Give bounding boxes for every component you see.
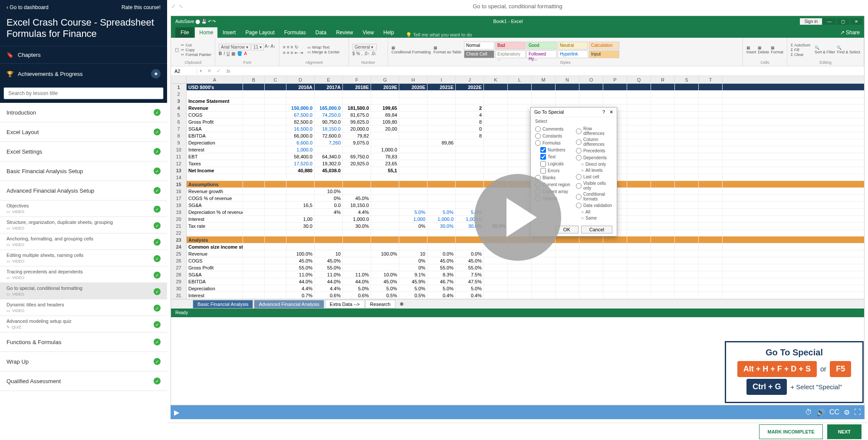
row-header[interactable]: 24 xyxy=(171,243,187,250)
volume-icon[interactable]: 🔊 xyxy=(816,408,825,417)
cell[interactable] xyxy=(603,257,627,264)
cell[interactable]: Assumptions xyxy=(187,181,243,187)
dialog-option[interactable]: ○ Same xyxy=(576,216,612,220)
cell[interactable] xyxy=(627,264,651,271)
lesson-item[interactable]: Basic Financial Analysis Setup✓ xyxy=(0,161,167,181)
cell[interactable] xyxy=(699,250,723,257)
col-header[interactable]: F xyxy=(343,76,371,83)
cell[interactable] xyxy=(651,188,675,194)
cell[interactable] xyxy=(265,188,286,194)
cell[interactable]: 0% xyxy=(399,257,427,264)
cell[interactable]: SG&A xyxy=(187,202,243,208)
cell[interactable] xyxy=(627,98,651,104)
cell[interactable] xyxy=(243,160,265,167)
cell[interactable] xyxy=(556,278,579,285)
cell[interactable] xyxy=(627,153,651,160)
cell[interactable] xyxy=(484,105,508,111)
cell[interactable] xyxy=(343,167,371,174)
cell[interactable]: 10.0% xyxy=(371,271,399,278)
cell[interactable]: 10 xyxy=(399,250,427,257)
minimize-button[interactable]: — xyxy=(823,18,836,25)
cell[interactable] xyxy=(651,209,675,215)
cell[interactable] xyxy=(427,98,456,104)
row-header[interactable]: 11 xyxy=(171,153,187,160)
cell[interactable]: 40,880 xyxy=(286,167,315,174)
cell[interactable] xyxy=(508,125,532,132)
cell[interactable] xyxy=(627,243,651,250)
cell[interactable]: SG&A xyxy=(187,271,243,278)
cell[interactable] xyxy=(243,84,265,90)
cell[interactable] xyxy=(532,278,556,285)
cell[interactable] xyxy=(579,84,603,90)
conditional-formatting-button[interactable]: ▦Conditional Formatting xyxy=(391,46,431,54)
cell[interactable] xyxy=(579,250,603,257)
cell[interactable] xyxy=(265,153,286,160)
cell[interactable] xyxy=(675,209,699,215)
align-top-icon[interactable]: ≡ xyxy=(283,45,286,49)
cell[interactable]: 1,00 xyxy=(286,216,315,222)
cell[interactable] xyxy=(315,181,343,187)
row-header[interactable]: 15 xyxy=(171,181,187,187)
lesson-search-input[interactable] xyxy=(3,87,164,99)
cell[interactable]: EBITDA xyxy=(187,278,243,285)
cell[interactable] xyxy=(675,278,699,285)
cell[interactable] xyxy=(456,160,484,167)
cell[interactable] xyxy=(651,105,675,111)
cell[interactable]: USD $000's xyxy=(187,84,243,90)
cell[interactable] xyxy=(627,174,651,181)
cell[interactable] xyxy=(399,146,427,153)
cell[interactable] xyxy=(265,292,286,299)
cell[interactable] xyxy=(427,181,456,187)
cell[interactable] xyxy=(699,181,723,187)
cell[interactable] xyxy=(265,105,286,111)
cell[interactable] xyxy=(532,257,556,264)
cell[interactable] xyxy=(427,132,456,139)
lesson-item[interactable]: Excel Settings✓ xyxy=(0,142,167,161)
cell[interactable] xyxy=(675,84,699,90)
sub-lesson-item[interactable]: Tracing precedents and dependents▭ VIDEO… xyxy=(0,266,167,283)
cell[interactable] xyxy=(243,188,265,194)
cell[interactable]: 16,5 xyxy=(286,202,315,208)
cell[interactable] xyxy=(399,188,427,194)
cell[interactable]: 5.0% xyxy=(427,285,456,292)
cell[interactable] xyxy=(699,132,723,139)
italic-button[interactable]: I xyxy=(224,51,225,56)
cell[interactable] xyxy=(315,174,343,181)
formula-bar[interactable]: A2 ▾ ✕ ✓ fx xyxy=(171,66,864,76)
cell[interactable]: Interest xyxy=(187,216,243,222)
cell[interactable] xyxy=(699,125,723,132)
cell[interactable] xyxy=(265,84,286,90)
cell[interactable] xyxy=(699,139,723,146)
cell[interactable] xyxy=(627,292,651,299)
dialog-option[interactable]: Visible cells only xyxy=(576,181,612,190)
row-header[interactable]: 2 xyxy=(171,91,187,97)
cell[interactable] xyxy=(399,243,427,250)
cell[interactable]: 81,675.0 xyxy=(343,112,371,118)
cell[interactable] xyxy=(484,278,508,285)
row-header[interactable]: 1 xyxy=(171,84,187,90)
cell[interactable] xyxy=(315,230,343,236)
cell[interactable] xyxy=(243,105,265,111)
cell[interactable]: 55,1 xyxy=(371,167,399,174)
speed-icon[interactable]: ⏱ xyxy=(805,408,812,416)
cell[interactable] xyxy=(427,202,456,208)
cell[interactable]: 0.4% xyxy=(427,292,456,299)
cell[interactable] xyxy=(484,132,508,139)
fill-color-button[interactable]: 🪣 xyxy=(237,51,242,56)
cell[interactable] xyxy=(399,153,427,160)
cell[interactable] xyxy=(243,278,265,285)
cell[interactable]: Depreciation % of revenue xyxy=(187,209,243,215)
ribbon-tab-view[interactable]: View xyxy=(358,27,378,38)
cell[interactable] xyxy=(484,112,508,118)
ribbon-tab-home[interactable]: Home xyxy=(195,27,217,38)
cell[interactable] xyxy=(265,112,286,118)
cell[interactable] xyxy=(532,84,556,90)
cell[interactable] xyxy=(699,105,723,111)
cell[interactable]: 150,000.0 xyxy=(286,105,315,111)
cell[interactable] xyxy=(484,125,508,132)
cell[interactable]: 20,00 xyxy=(371,125,399,132)
cell[interactable] xyxy=(243,202,265,208)
cell[interactable] xyxy=(675,174,699,181)
cell[interactable]: 5.0% xyxy=(427,209,456,215)
cell[interactable]: 79,82 xyxy=(343,132,371,139)
